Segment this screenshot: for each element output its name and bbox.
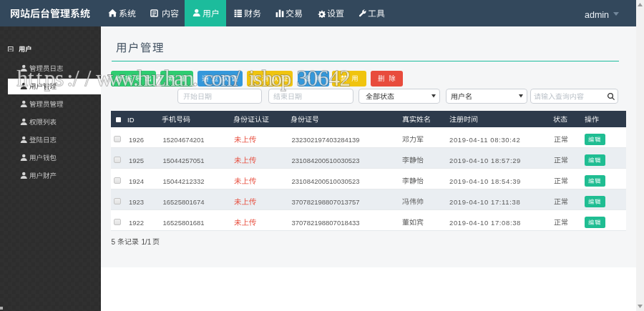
svg-text:https://www.huzhan.com/ishop30: https://www.huzhan.com/ishop30642 xyxy=(17,66,351,91)
